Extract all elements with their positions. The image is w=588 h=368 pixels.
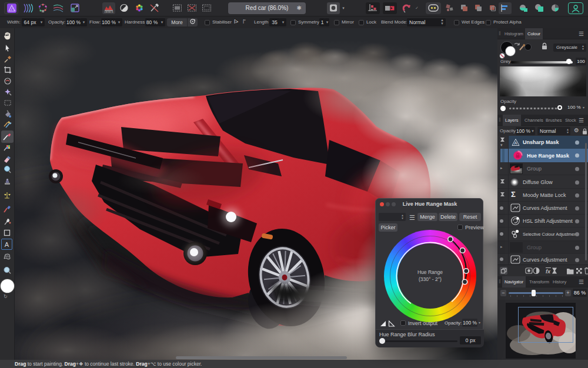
svg-text:LEVELS: LEVELS <box>104 11 113 14</box>
svg-text:A: A <box>514 140 517 146</box>
svg-text:(330° - 2°): (330° - 2°) <box>419 276 442 282</box>
svg-text:fx: fx <box>546 269 551 275</box>
svg-text:Hue Range: Hue Range <box>417 269 443 275</box>
